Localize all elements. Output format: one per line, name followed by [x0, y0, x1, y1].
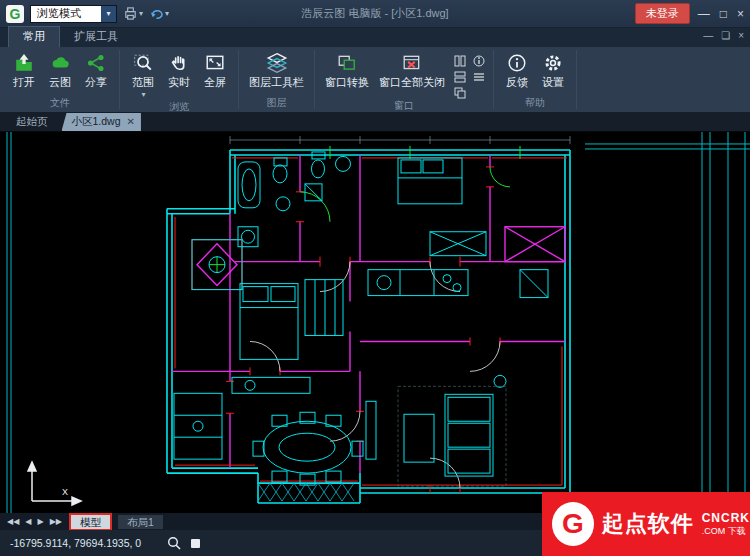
tab-close-icon[interactable]: ✕ — [127, 117, 135, 127]
info-circle-icon[interactable] — [472, 54, 485, 67]
window-close-all-icon — [402, 52, 422, 74]
login-button[interactable]: 未登录 — [635, 3, 690, 24]
ribbon-separator — [119, 50, 120, 109]
window-title: 浩辰云图 电脑版 - [小区1.dwg] — [301, 6, 448, 21]
gear-icon — [543, 52, 563, 74]
grid-toggle-icon[interactable] — [191, 539, 200, 548]
cloud-icon — [50, 52, 70, 74]
tab-nav-first-icon[interactable]: ◀◀ — [6, 517, 20, 526]
document-tab-bar: 起始页 小区1.dwg ✕ — [0, 113, 750, 131]
tab-drawing-active[interactable]: 小区1.dwg ✕ — [62, 113, 141, 131]
ribbon-tab-common[interactable]: 常用 — [8, 26, 60, 47]
undo-button[interactable] — [149, 6, 164, 21]
zoom-extents-button[interactable]: 范围 ▾ — [125, 48, 161, 100]
feedback-button[interactable]: 反馈 — [499, 48, 535, 89]
hand-icon — [169, 52, 189, 74]
ribbon-group-layer: 图层工具栏 图层 — [240, 47, 313, 112]
ribbon-tab-ext-tools[interactable]: 扩展工具 — [60, 27, 132, 47]
ribbon-separator — [238, 50, 239, 109]
fullscreen-icon — [205, 52, 225, 74]
window-switch-icon — [337, 52, 357, 74]
ribbon-tab-bar: 常用 扩展工具 — ❏ × — [0, 28, 750, 47]
pan-realtime-button[interactable]: 实时 — [161, 48, 197, 89]
print-dropdown-caret[interactable]: ▾ — [139, 9, 143, 18]
app-window: G 浏览模式 ▾ ▾ ▾ 浩辰云图 电脑版 - [小区1.dwg] 未登录 — — [0, 0, 750, 556]
maximize-icon[interactable]: □ — [720, 8, 727, 20]
mode-select-value: 浏览模式 — [31, 6, 101, 21]
ribbon-group-label-layer: 图层 — [244, 96, 309, 112]
tab-nav-next-icon[interactable]: ▶ — [36, 517, 44, 526]
printer-icon — [123, 6, 138, 21]
floorplan-svg[interactable]: X — [0, 132, 750, 513]
open-folder-icon — [14, 52, 34, 74]
app-logo-icon: G — [6, 5, 24, 23]
close-all-windows-button[interactable]: 窗口全部关闭 — [374, 48, 450, 89]
ribbon-separator — [576, 50, 577, 109]
print-button[interactable] — [123, 6, 138, 21]
drawing-canvas[interactable]: X — [0, 131, 750, 513]
tile-horizontal-icon[interactable] — [453, 70, 466, 83]
tab-drawing-label: 小区1.dwg — [72, 115, 121, 129]
watermark-ad[interactable]: G 起点软件 CNCRK .COM 下载 — [542, 492, 750, 556]
share-icon — [86, 52, 106, 74]
layer-toolbar-button[interactable]: 图层工具栏 — [244, 48, 309, 89]
mode-select[interactable]: 浏览模式 ▾ — [30, 5, 117, 23]
tab-nav-last-icon[interactable]: ▶▶ — [49, 517, 63, 526]
cloud-button[interactable]: 云图 — [42, 48, 78, 89]
share-button[interactable]: 分享 — [78, 48, 114, 89]
titlebar: G 浏览模式 ▾ ▾ ▾ 浩辰云图 电脑版 - [小区1.dwg] 未登录 — — [0, 0, 750, 28]
watermark-logo-icon: G — [552, 502, 594, 546]
watermark-site: CNCRK — [702, 512, 750, 526]
tab-nav-prev-icon[interactable]: ◀ — [24, 517, 32, 526]
ribbon: 打开 云图 分享 文件 — [0, 47, 750, 113]
doc-close-icon[interactable]: × — [738, 30, 744, 41]
ribbon-group-help: 反馈 设置 帮助 — [495, 47, 575, 112]
cascade-windows-icon[interactable] — [453, 86, 466, 99]
ribbon-group-file: 打开 云图 分享 文件 — [2, 47, 118, 112]
open-button[interactable]: 打开 — [6, 48, 42, 89]
feedback-icon — [507, 52, 527, 74]
chevron-down-icon[interactable]: ▾ — [101, 6, 116, 22]
tile-vertical-icon[interactable] — [453, 54, 466, 67]
settings-button[interactable]: 设置 — [535, 48, 571, 89]
tab-layout1[interactable]: 布局1 — [118, 515, 163, 529]
ribbon-group-window: 窗口转换 窗口全部关闭 — [316, 47, 492, 112]
fullscreen-button[interactable]: 全屏 — [197, 48, 233, 89]
undo-dropdown-caret[interactable]: ▾ — [165, 9, 169, 18]
zoom-dropdown-caret[interactable]: ▾ — [141, 90, 145, 99]
watermark-suffix: .COM 下载 — [702, 526, 750, 536]
doc-restore-icon[interactable]: ❏ — [721, 30, 730, 41]
watermark-brand: 起点软件 — [602, 509, 694, 539]
ribbon-separator — [314, 50, 315, 109]
layers-icon — [266, 52, 288, 74]
ribbon-separator — [493, 50, 494, 109]
ucs-icon: X — [28, 462, 81, 505]
zoom-status-icon[interactable] — [167, 536, 181, 550]
undo-icon — [149, 6, 164, 21]
tab-start-page[interactable]: 起始页 — [4, 113, 60, 131]
minimize-icon[interactable]: — — [698, 8, 710, 20]
doc-minimize-icon[interactable]: — — [703, 30, 713, 41]
ribbon-group-label-help: 帮助 — [499, 96, 571, 112]
close-icon[interactable]: × — [737, 8, 744, 20]
coordinates-readout: -16795.9114, 79694.1935, 0 — [10, 537, 141, 549]
magnifier-icon — [133, 52, 153, 74]
window-switch-button[interactable]: 窗口转换 — [320, 48, 374, 89]
ribbon-group-browse: 范围 ▾ 实时 全屏 浏览 — [121, 47, 237, 112]
ribbon-group-label-file: 文件 — [6, 96, 114, 112]
svg-text:X: X — [62, 487, 68, 497]
tab-model[interactable]: 模型 — [71, 515, 110, 529]
window-list-icon[interactable] — [472, 70, 485, 83]
